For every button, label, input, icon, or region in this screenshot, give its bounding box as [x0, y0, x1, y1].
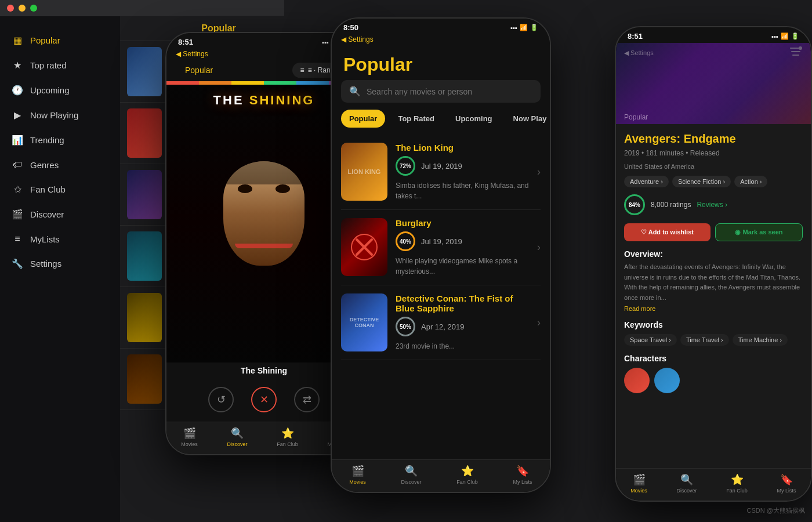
nav2-mylists-label: My Lists [513, 479, 532, 485]
nav-fanclub[interactable]: ⭐ Fan Club [277, 427, 298, 447]
signal-icon: ▪▪▪ [322, 39, 329, 46]
shuffle-button[interactable]: ⇄ [294, 387, 320, 412]
wifi-icon-2: 📶 [520, 24, 528, 31]
hamburger-icon: ≡ [300, 66, 304, 74]
keywords-list: Space Travel › Time Travel › Time Machin… [624, 334, 803, 346]
sidebar-item-top-rated[interactable]: ★ Top rated [0, 53, 120, 78]
conan-poster: DETECTIVE CONAN [341, 293, 387, 351]
burglary-info: Burglary 40% Jul 19, 2019 While playing … [396, 218, 529, 277]
lion-king-poster: LION KING [341, 143, 387, 201]
maximize-button[interactable] [30, 5, 37, 12]
lion-king-title: The Lion King [396, 143, 529, 153]
clock-icon: 🕐 [12, 85, 23, 96]
tab-top-rated[interactable]: Top Rated [390, 110, 443, 128]
genre-action[interactable]: Action › [734, 176, 767, 187]
mac-titlebar [0, 0, 284, 16]
bottom-nav-2: 🎬 Movies 🔍 Discover ⭐ Fan Club 🔖 My List… [332, 459, 550, 492]
shining-title: THE SHiNiNG [213, 93, 315, 108]
minimize-button[interactable] [19, 5, 26, 12]
nav2-fanclub-icon: ⭐ [461, 465, 474, 477]
status-icons-2: ▪▪▪ 📶 🔋 [510, 24, 538, 31]
refresh-button[interactable]: ↺ [208, 387, 234, 412]
movie-card-conan[interactable]: DETECTIVE CONAN Detective Conan: The Fis… [341, 285, 541, 360]
movie-card-lion-king[interactable]: LION KING The Lion King 72% Jul 19, 2019… [341, 135, 541, 210]
tab-now-playing[interactable]: Now Play [505, 110, 550, 128]
sidebar-item-mylists[interactable]: ≡ MyLists [0, 227, 120, 251]
sidebar-item-genres[interactable]: 🏷 Genres [0, 153, 120, 177]
nav2-fanclub[interactable]: ⭐ Fan Club [456, 465, 478, 485]
nav-fanclub-label: Fan Club [277, 441, 298, 447]
popular-icon: ▦ [12, 35, 23, 46]
close-button[interactable] [7, 5, 14, 12]
conan-date: Apr 12, 2019 [421, 322, 464, 331]
phone-status-bar-2: 8:50 ▪▪▪ 📶 🔋 [332, 19, 550, 34]
phone-time-2: 8:50 [343, 23, 358, 32]
sidebar: ▦ Popular ★ Top rated 🕐 Upcoming ▶ Now P… [0, 16, 120, 522]
sidebar-item-fan-club[interactable]: ✩ Fan Club [0, 177, 120, 202]
mark-as-seen-button[interactable]: ◉ Mark as seen [715, 223, 803, 241]
search-icon: 🔍 [349, 86, 361, 97]
settings-icon: 🔧 [12, 258, 23, 269]
genre-adventure[interactable]: Adventure › [624, 176, 669, 187]
nav2-discover-label: Discover [401, 479, 422, 485]
nav3-mylists-label: My Lists [777, 488, 796, 494]
tab-upcoming[interactable]: Upcoming [447, 110, 501, 128]
close-movie-button[interactable]: ✕ [251, 387, 277, 412]
sidebar-item-settings[interactable]: 🔧 Settings [0, 251, 120, 276]
tab-popular[interactable]: Popular [341, 110, 385, 128]
conan-meta: 50% Apr 12, 2019 [396, 317, 529, 336]
reviews-link[interactable]: Reviews › [697, 201, 727, 209]
genre-scifi[interactable]: Science Fiction › [672, 176, 731, 187]
keyword-space-travel[interactable]: Space Travel › [624, 334, 677, 346]
read-more-link[interactable]: Read more [624, 305, 803, 312]
discover-nav-icon: 🔍 [231, 427, 244, 440]
movie-poster [127, 47, 162, 96]
movie-poster [127, 108, 162, 158]
sidebar-label-fan-club: Fan Club [30, 184, 66, 194]
mylists-icon: ≡ [12, 234, 23, 244]
movie-poster [127, 231, 162, 281]
phone-popular: 8:50 ▪▪▪ 📶 🔋 ◀ Settings Popular 🔍 Popula… [331, 17, 551, 493]
sidebar-label-upcoming: Upcoming [30, 85, 70, 95]
nav-movies[interactable]: 🎬 Movies [181, 427, 198, 447]
lion-king-date: Jul 19, 2019 [421, 162, 462, 171]
nav3-discover[interactable]: 🔍 Discover [677, 473, 697, 494]
phone-detail: 8:51 ▪▪▪ 📶 🔋 ◀ Settings [615, 26, 812, 502]
overview-heading: Overview: [624, 249, 803, 259]
keyword-time-machine[interactable]: Time Machine › [733, 334, 788, 346]
add-to-wishlist-button[interactable]: ♡ Add to wishlist [624, 223, 710, 241]
keyword-time-travel[interactable]: Time Travel › [680, 334, 729, 346]
nav3-mylists[interactable]: 🔖 My Lists [777, 473, 796, 494]
ratings-row: 84% 8,000 ratings Reviews › [624, 194, 803, 215]
back-label-2[interactable]: ◀ Settings [341, 35, 374, 44]
ratings-count: 8,000 ratings [651, 201, 691, 209]
movies-nav-icon: 🎬 [183, 427, 196, 440]
nav2-discover[interactable]: 🔍 Discover [401, 465, 422, 485]
sidebar-item-upcoming[interactable]: 🕐 Upcoming [0, 78, 120, 103]
nav3-fanclub[interactable]: ⭐ Fan Club [726, 473, 748, 494]
characters-heading: Characters [624, 354, 803, 363]
sidebar-item-popular[interactable]: ▦ Popular [0, 28, 120, 53]
phone-back-nav-2: ◀ Settings [332, 34, 550, 47]
conan-score: 50% [396, 317, 415, 336]
nav2-movies[interactable]: 🎬 Movies [349, 465, 366, 485]
sidebar-item-now-playing[interactable]: ▶ Now Playing [0, 103, 120, 128]
genres-icon: 🏷 [12, 160, 23, 170]
nav2-mylists[interactable]: 🔖 My Lists [513, 465, 532, 485]
sidebar-label-top-rated: Top rated [30, 60, 67, 70]
fanclub-nav-icon: ⭐ [281, 427, 294, 440]
nav-discover[interactable]: 🔍 Discover [227, 427, 248, 447]
back-label[interactable]: ◀ Settings [176, 50, 208, 58]
search-bar[interactable]: 🔍 [341, 80, 541, 103]
trending-icon: 📊 [12, 135, 23, 146]
wifi-icon-3: 📶 [781, 32, 789, 40]
nav3-fanclub-label: Fan Club [726, 488, 748, 494]
nav3-movies[interactable]: 🎬 Movies [630, 473, 647, 494]
sidebar-item-discover[interactable]: 🎬 Discover [0, 202, 120, 227]
sidebar-item-trending[interactable]: 📊 Trending [0, 128, 120, 153]
search-input[interactable] [367, 87, 532, 96]
movie-card-burglary[interactable]: Burglary 40% Jul 19, 2019 While playing … [341, 210, 541, 285]
signal-icon-2: ▪▪▪ [510, 24, 517, 31]
lion-king-meta: 72% Jul 19, 2019 [396, 156, 529, 176]
popular-screen-title: Popular [332, 47, 550, 80]
